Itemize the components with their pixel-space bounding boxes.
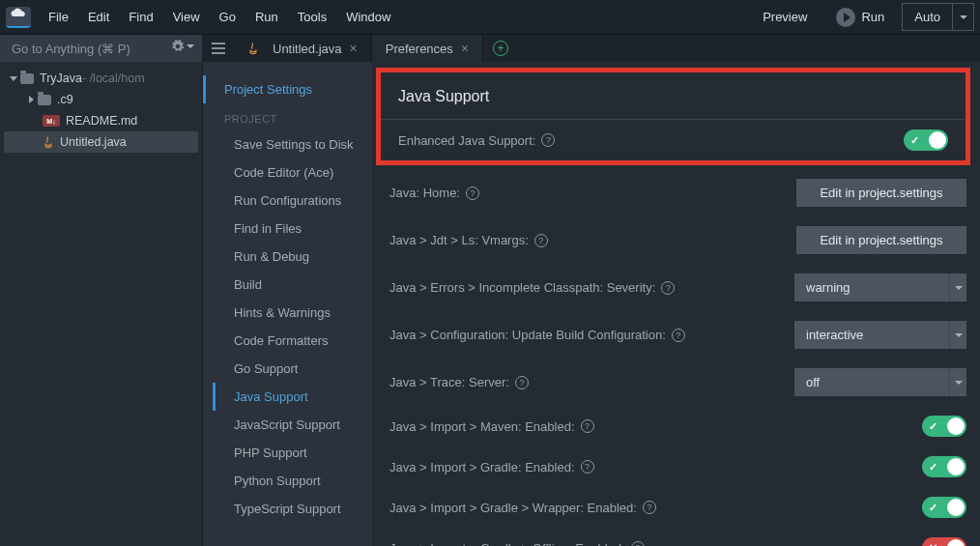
menu-tools[interactable]: Tools bbox=[290, 6, 334, 28]
select-java-errors-incomplete-classpath-severity[interactable]: warning bbox=[794, 273, 949, 302]
sidebar-item-typescript-support[interactable]: TypeScript Support bbox=[203, 495, 372, 523]
run-button[interactable]: Run bbox=[826, 6, 894, 29]
tab-list-button[interactable] bbox=[203, 35, 234, 62]
tree-file-untitled-java[interactable]: Untitled.java bbox=[4, 131, 198, 153]
select-java-trace-server[interactable]: off bbox=[794, 368, 949, 396]
edit-in-project-settings-button[interactable]: Edit in project.settings bbox=[796, 179, 966, 207]
setting-java-trace-server: Java > Trace: Server:?off bbox=[386, 359, 970, 406]
toggle-java-import-gradle-enabled[interactable]: ✓ bbox=[922, 456, 966, 477]
toggle-knob bbox=[929, 131, 946, 149]
setting-label: Enhanced Java Support: bbox=[398, 133, 535, 148]
tree-root[interactable]: TryJava - /local/hom bbox=[4, 68, 198, 89]
chevron-down-icon bbox=[955, 286, 963, 290]
setting-java-import-maven-enabled: Java > Import > Maven: Enabled:?✓ bbox=[386, 406, 970, 446]
goto-anything[interactable]: Go to Anything (⌘ P) bbox=[0, 35, 203, 62]
toggle-knob bbox=[947, 499, 965, 516]
toggle-knob bbox=[947, 539, 965, 546]
auto-dropdown[interactable] bbox=[953, 3, 974, 31]
sidebar-item-hints-warnings[interactable]: Hints & Warnings bbox=[203, 299, 372, 327]
menu-window[interactable]: Window bbox=[338, 6, 398, 28]
sidebar-item-go-support[interactable]: Go Support bbox=[203, 355, 372, 383]
help-icon[interactable]: ? bbox=[631, 541, 645, 546]
preview-button[interactable]: Preview bbox=[751, 6, 819, 28]
setting-java-jdt-ls-vmargs: Java > Jdt > Ls: Vmargs:?Edit in project… bbox=[386, 216, 970, 264]
gear-icon bbox=[171, 40, 185, 53]
tree-file-readme[interactable]: M↓ README.md bbox=[4, 110, 198, 131]
sidebar-item-run-configurations[interactable]: Run Configurations bbox=[203, 187, 372, 215]
help-icon[interactable]: ? bbox=[466, 187, 479, 200]
setting-java-errors-incomplete-classpath-severity: Java > Errors > Incomplete Classpath: Se… bbox=[386, 264, 970, 311]
tab-untitled-java[interactable]: Untitled.java × bbox=[234, 35, 372, 62]
toggle-knob bbox=[947, 458, 965, 475]
check-icon: ✓ bbox=[929, 461, 937, 474]
help-icon[interactable]: ? bbox=[541, 133, 555, 147]
setting-label: Java > Configuration: Update Build Confi… bbox=[389, 328, 666, 342]
sidebar-item-php-support[interactable]: PHP Support bbox=[203, 439, 372, 467]
toggle-java-import-gradle-wrapper-enabled[interactable]: ✓ bbox=[922, 497, 966, 518]
hamburger-icon bbox=[212, 43, 225, 54]
sidebar-item-javascript-support[interactable]: JavaScript Support bbox=[203, 411, 372, 439]
setting-label: Java > Trace: Server: bbox=[389, 375, 509, 389]
select-dropdown-button[interactable] bbox=[949, 321, 966, 349]
setting-label: Java > Import > Gradle > Wrapper: Enable… bbox=[389, 501, 637, 515]
sidebar-project-settings[interactable]: Project Settings bbox=[203, 75, 372, 103]
setting-label: Java > Import > Gradle: Enabled: bbox=[389, 460, 575, 474]
panel-title: Java Support bbox=[381, 72, 966, 120]
edit-in-project-settings-button[interactable]: Edit in project.settings bbox=[796, 226, 966, 254]
menu-file[interactable]: File bbox=[41, 6, 76, 28]
setting-label: Java > Jdt > Ls: Vmargs: bbox=[389, 233, 529, 247]
chevron-down-icon bbox=[955, 381, 963, 385]
setting-java-import-gradle-offline-enabled: Java > Import > Gradle > Offline: Enable… bbox=[386, 528, 970, 546]
chevron-down-icon bbox=[955, 333, 963, 337]
setting-java-import-gradle-wrapper-enabled: Java > Import > Gradle > Wrapper: Enable… bbox=[386, 487, 970, 528]
help-icon[interactable]: ? bbox=[661, 281, 675, 295]
setting-java-home: Java: Home:?Edit in project.settings bbox=[386, 169, 970, 216]
toggle-enhanced-java-support[interactable]: ✓ bbox=[904, 129, 948, 151]
tree-settings-button[interactable] bbox=[171, 40, 194, 53]
sidebar-item-run-debug[interactable]: Run & Debug bbox=[203, 243, 372, 271]
setting-java-configuration-update-build-configuration: Java > Configuration: Update Build Confi… bbox=[386, 311, 970, 359]
auto-button[interactable]: Auto bbox=[902, 3, 953, 31]
tab-close-button[interactable]: × bbox=[350, 41, 358, 56]
sidebar-item-find-in-files[interactable]: Find in Files bbox=[203, 215, 372, 243]
sidebar-item-java-support[interactable]: Java Support bbox=[203, 383, 372, 411]
new-tab-button[interactable]: + bbox=[483, 35, 518, 62]
tree-label: Untitled.java bbox=[60, 135, 127, 149]
chevron-right-icon bbox=[29, 96, 34, 103]
help-icon[interactable]: ? bbox=[643, 501, 656, 514]
setting-label: Java > Import > Gradle > Offline: Enable… bbox=[389, 541, 625, 547]
menu-find[interactable]: Find bbox=[121, 6, 160, 28]
help-icon[interactable]: ? bbox=[534, 234, 548, 247]
menu-edit[interactable]: Edit bbox=[80, 6, 117, 28]
tree-folder-c9[interactable]: .c9 bbox=[4, 89, 198, 110]
sidebar-item-build[interactable]: Build bbox=[203, 271, 372, 299]
select-java-configuration-update-build-configuration[interactable]: interactive bbox=[794, 321, 949, 349]
select-dropdown-button[interactable] bbox=[949, 368, 966, 396]
sidebar-item-save-settings-to-disk[interactable]: Save Settings to Disk bbox=[203, 130, 372, 158]
tree-root-path: - /local/hom bbox=[82, 72, 145, 85]
toggle-java-import-maven-enabled[interactable]: ✓ bbox=[922, 416, 966, 437]
run-label: Run bbox=[861, 10, 884, 24]
play-icon bbox=[836, 8, 855, 27]
toggle-java-import-gradle-offline-enabled[interactable]: ✕ bbox=[922, 537, 966, 546]
cloud9-logo[interactable] bbox=[6, 7, 31, 28]
tab-close-button[interactable]: × bbox=[461, 41, 469, 56]
menu-run[interactable]: Run bbox=[247, 6, 286, 28]
select-dropdown-button[interactable] bbox=[949, 273, 966, 302]
tab-label: Preferences bbox=[386, 42, 453, 56]
sidebar-section-project: PROJECT bbox=[203, 103, 372, 130]
help-icon[interactable]: ? bbox=[515, 376, 529, 389]
setting-enhanced-java-support: Enhanced Java Support: ? ✓ bbox=[381, 120, 966, 160]
tree-label: .c9 bbox=[57, 93, 73, 106]
sidebar-item-code-editor-ace[interactable]: Code Editor (Ace) bbox=[203, 158, 372, 187]
sidebar-item-code-formatters[interactable]: Code Formatters bbox=[203, 327, 372, 355]
menu-go[interactable]: Go bbox=[212, 6, 244, 28]
check-icon: ✓ bbox=[929, 420, 937, 433]
help-icon[interactable]: ? bbox=[672, 329, 685, 342]
sidebar-item-python-support[interactable]: Python Support bbox=[203, 467, 372, 495]
check-icon: ✓ bbox=[929, 502, 937, 514]
menu-view[interactable]: View bbox=[165, 6, 208, 28]
help-icon[interactable]: ? bbox=[581, 460, 594, 474]
help-icon[interactable]: ? bbox=[581, 419, 594, 433]
tab-preferences[interactable]: Preferences × bbox=[372, 35, 483, 62]
